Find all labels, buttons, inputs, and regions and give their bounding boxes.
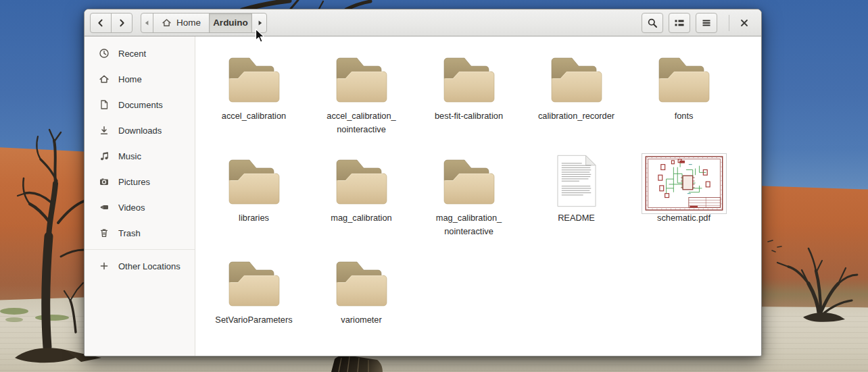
file-item-best-fit-calibration[interactable]: best-fit-calibration	[415, 42, 523, 144]
grass-tuft	[35, 315, 69, 321]
trash-icon	[99, 228, 110, 238]
file-label: accel_calibration	[222, 109, 286, 123]
file-item-accel_calibration[interactable]: accel_calibration	[200, 42, 308, 144]
sidebar-label: Documents	[118, 100, 163, 110]
close-icon	[739, 18, 750, 28]
path-scroll-left-button[interactable]	[141, 13, 153, 33]
file-item-variometer[interactable]: variometer	[308, 246, 415, 348]
file-item-mag_calibration_nointeractive[interactable]: mag_calibration_ nointeractive	[415, 144, 523, 246]
file-item-fonts[interactable]: fonts	[630, 42, 738, 144]
file-item-SetVarioParameters[interactable]: SetVarioParameters	[200, 246, 308, 348]
sidebar-item-home[interactable]: Home	[85, 66, 195, 92]
file-label: best-fit-calibration	[435, 109, 503, 123]
sidebar-item-documents[interactable]: Documents	[85, 92, 195, 117]
breadcrumb-current-label: Arduino	[213, 18, 248, 28]
video-icon	[99, 202, 110, 213]
breadcrumb-home[interactable]: Home	[153, 13, 210, 33]
mouse-cursor	[255, 28, 265, 43]
search-button[interactable]	[642, 13, 663, 33]
camera-icon	[99, 176, 110, 187]
sidebar-item-pictures[interactable]: Pictures	[85, 169, 195, 194]
sidebar-separator	[85, 249, 195, 250]
file-label: fonts	[675, 109, 694, 123]
file-label: calibration_recorder	[538, 109, 614, 123]
headerbar-actions	[636, 13, 753, 33]
pdf-thumbnail-icon	[642, 153, 727, 214]
sidebar-label: Music	[118, 151, 141, 161]
file-grid: accel_calibration accel_calibration_ noi…	[195, 36, 761, 356]
file-label: mag_calibration_ nointeractive	[436, 211, 502, 238]
recent-icon	[99, 48, 110, 59]
file-item-calibration_recorder[interactable]: calibration_recorder	[523, 42, 630, 144]
sidebar-label: Downloads	[118, 126, 162, 136]
sidebar-item-other-locations[interactable]: Other Locations	[85, 253, 195, 279]
close-button[interactable]	[736, 14, 753, 32]
plus-icon	[99, 261, 110, 271]
file-item-libraries[interactable]: libraries	[200, 144, 308, 246]
hamburger-icon	[701, 18, 712, 28]
path-bar: Home Arduino	[141, 13, 267, 33]
folder-icon	[333, 51, 390, 105]
sidebar-item-trash[interactable]: Trash	[85, 220, 195, 246]
home-icon	[162, 18, 172, 28]
breadcrumb-current[interactable]: Arduino	[209, 13, 252, 33]
folder-icon	[333, 255, 390, 309]
file-item-README[interactable]: README	[523, 144, 630, 246]
list-view-icon	[674, 18, 685, 28]
files-window: Home Arduino Recent Home	[84, 9, 762, 356]
file-item-mag_calibration[interactable]: mag_calibration	[308, 144, 415, 246]
file-label: libraries	[239, 211, 269, 225]
folder-icon	[656, 51, 713, 105]
wallpaper-grass-band	[757, 278, 868, 308]
sidebar-label: Videos	[118, 203, 145, 213]
folder-icon	[226, 51, 283, 105]
file-item-schematic-pdf[interactable]: schematic.pdf	[630, 144, 738, 246]
menu-button[interactable]	[696, 13, 717, 33]
view-toggle-button[interactable]	[669, 13, 690, 33]
sidebar-label: Home	[118, 74, 142, 84]
music-icon	[99, 151, 110, 161]
grass-tuft	[5, 317, 23, 322]
file-label: schematic.pdf	[657, 211, 710, 225]
download-icon	[99, 125, 110, 136]
folder-icon	[441, 51, 498, 105]
file-label: README	[558, 211, 595, 225]
grass-tuft	[0, 308, 28, 315]
folder-icon	[333, 153, 390, 207]
sidebar-item-videos[interactable]: Videos	[85, 194, 195, 220]
breadcrumb-home-label: Home	[176, 18, 201, 28]
folder-icon	[226, 255, 283, 309]
sidebar-label: Pictures	[118, 177, 150, 187]
file-label: accel_calibration_ nointeractive	[327, 109, 395, 136]
file-label: variometer	[341, 313, 381, 327]
search-icon	[647, 18, 658, 28]
folder-icon	[226, 153, 283, 207]
sidebar-item-recent[interactable]: Recent	[85, 41, 195, 66]
sidebar: Recent Home Documents Downloads Music Pi…	[85, 36, 195, 356]
headerbar: Home Arduino	[85, 9, 761, 36]
file-label: mag_calibration	[331, 211, 391, 225]
file-item-accel_calibration_nointeractive[interactable]: accel_calibration_ nointeractive	[308, 42, 415, 144]
sidebar-label: Other Locations	[118, 261, 180, 271]
sidebar-item-downloads[interactable]: Downloads	[85, 117, 195, 143]
back-button[interactable]	[90, 13, 112, 33]
sidebar-label: Recent	[118, 49, 146, 59]
folder-icon	[441, 153, 498, 207]
text-file-icon	[557, 155, 596, 207]
home-icon	[99, 74, 110, 84]
history-nav	[90, 13, 132, 33]
sidebar-label: Trash	[118, 228, 141, 238]
document-icon	[99, 99, 110, 110]
folder-icon	[548, 51, 605, 105]
sidebar-item-music[interactable]: Music	[85, 143, 195, 169]
headerbar-separator	[729, 15, 729, 31]
forward-button[interactable]	[111, 13, 132, 33]
file-label: SetVarioParameters	[215, 313, 292, 327]
